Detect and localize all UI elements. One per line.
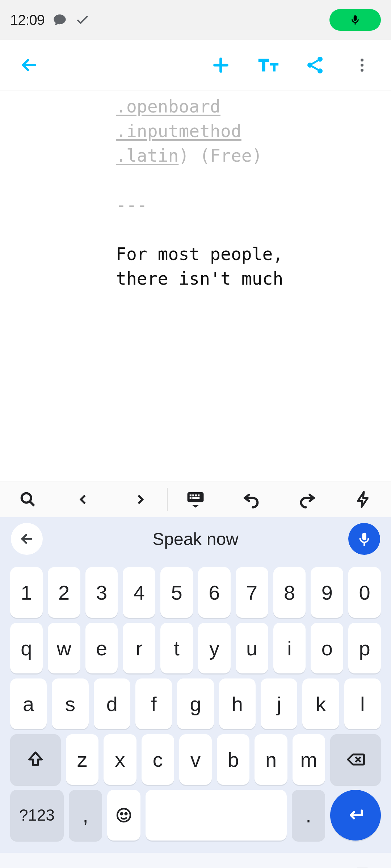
- search-button[interactable]: [0, 481, 56, 517]
- editor-line: .openboard: [116, 96, 220, 116]
- chat-bubble-icon: [52, 13, 67, 27]
- svg-rect-13: [190, 497, 192, 499]
- keyboard-switch-icon[interactable]: [354, 864, 371, 868]
- assistant-mic-pill[interactable]: [329, 9, 381, 31]
- app-toolbar: [0, 40, 391, 90]
- enter-key[interactable]: [330, 790, 381, 841]
- key-row-1: q w e r t y u i o p: [10, 623, 381, 673]
- key-l[interactable]: l: [344, 678, 381, 729]
- system-navbar: [0, 853, 391, 868]
- cursor-right-button[interactable]: [112, 481, 168, 517]
- checkmark-icon: [75, 12, 90, 27]
- key-w[interactable]: w: [48, 623, 80, 673]
- editor-toolbar: [0, 481, 391, 517]
- key-r[interactable]: r: [123, 623, 155, 673]
- key-i[interactable]: i: [273, 623, 306, 673]
- key-3[interactable]: 3: [85, 567, 118, 618]
- key-q[interactable]: q: [10, 623, 43, 673]
- key-u[interactable]: u: [236, 623, 268, 673]
- svg-rect-0: [355, 23, 356, 25]
- emoji-key[interactable]: [107, 790, 140, 841]
- key-g[interactable]: g: [177, 678, 214, 729]
- key-m[interactable]: m: [293, 734, 325, 785]
- editor-body-line: For most people,: [116, 244, 283, 264]
- backspace-key[interactable]: [330, 734, 381, 785]
- hide-keyboard-button[interactable]: [168, 481, 223, 517]
- editor-line: .latin: [116, 145, 178, 166]
- key-9[interactable]: 9: [311, 567, 343, 618]
- voice-input-bar: Speak now: [0, 517, 391, 561]
- key-f[interactable]: f: [135, 678, 172, 729]
- key-d[interactable]: d: [94, 678, 130, 729]
- svg-rect-10: [192, 494, 194, 496]
- svg-point-16: [117, 809, 130, 822]
- svg-point-18: [125, 813, 127, 815]
- key-z[interactable]: z: [66, 734, 98, 785]
- key-4[interactable]: 4: [123, 567, 155, 618]
- voice-mic-button[interactable]: [348, 523, 380, 555]
- bolt-button[interactable]: [335, 481, 391, 517]
- editor-separator: ---: [116, 195, 147, 215]
- key-8[interactable]: 8: [273, 567, 306, 618]
- svg-point-2: [307, 63, 312, 68]
- key-h[interactable]: h: [219, 678, 256, 729]
- key-v[interactable]: v: [179, 734, 212, 785]
- statusbar: 12:09: [0, 0, 391, 40]
- key-row-2: a s d f g h j k l: [10, 678, 381, 729]
- key-n[interactable]: n: [255, 734, 287, 785]
- svg-point-7: [22, 493, 31, 502]
- svg-point-6: [361, 69, 363, 72]
- share-button[interactable]: [293, 43, 337, 87]
- overflow-menu-button[interactable]: [340, 43, 384, 87]
- key-1[interactable]: 1: [10, 567, 43, 618]
- editor-line: ) (Free): [178, 145, 262, 166]
- cursor-left-button[interactable]: [56, 481, 112, 517]
- svg-point-17: [121, 813, 123, 815]
- back-button[interactable]: [7, 43, 51, 87]
- svg-rect-11: [195, 494, 197, 496]
- key-row-numbers: 1 2 3 4 5 6 7 8 9 0: [10, 567, 381, 618]
- text-size-button[interactable]: [246, 43, 290, 87]
- undo-button[interactable]: [223, 481, 279, 517]
- key-s[interactable]: s: [52, 678, 88, 729]
- svg-point-5: [361, 64, 363, 67]
- svg-rect-14: [192, 497, 199, 499]
- key-x[interactable]: x: [104, 734, 136, 785]
- voice-prompt-text: Speak now: [50, 529, 341, 549]
- redo-button[interactable]: [279, 481, 335, 517]
- key-k[interactable]: k: [302, 678, 339, 729]
- shift-key[interactable]: [10, 734, 61, 785]
- add-button[interactable]: [199, 43, 243, 87]
- key-t[interactable]: t: [160, 623, 193, 673]
- key-2[interactable]: 2: [48, 567, 80, 618]
- svg-rect-9: [190, 494, 192, 496]
- key-p[interactable]: p: [348, 623, 381, 673]
- key-a[interactable]: a: [10, 678, 47, 729]
- svg-rect-12: [198, 494, 199, 496]
- text-editor[interactable]: .openboard .inputmethod .latin) (Free) -…: [0, 90, 391, 481]
- clock: 12:09: [10, 12, 45, 28]
- space-key[interactable]: [146, 790, 287, 841]
- key-6[interactable]: 6: [198, 567, 231, 618]
- editor-line: .inputmethod: [116, 121, 241, 141]
- svg-point-3: [318, 68, 323, 73]
- soft-keyboard: 1 2 3 4 5 6 7 8 9 0 q w e r t y u i o p …: [0, 561, 391, 853]
- period-key[interactable]: .: [292, 790, 325, 841]
- key-b[interactable]: b: [217, 734, 249, 785]
- key-e[interactable]: e: [85, 623, 118, 673]
- key-y[interactable]: y: [198, 623, 231, 673]
- voice-back-button[interactable]: [11, 523, 43, 555]
- comma-key[interactable]: ,: [69, 790, 102, 841]
- key-5[interactable]: 5: [160, 567, 193, 618]
- key-7[interactable]: 7: [236, 567, 268, 618]
- svg-point-4: [361, 59, 363, 61]
- key-0[interactable]: 0: [348, 567, 381, 618]
- key-row-4: ?123 , .: [10, 790, 381, 841]
- key-j[interactable]: j: [261, 678, 297, 729]
- symbols-key[interactable]: ?123: [10, 790, 64, 841]
- key-o[interactable]: o: [311, 623, 343, 673]
- svg-rect-15: [363, 543, 365, 546]
- key-c[interactable]: c: [142, 734, 174, 785]
- editor-body-line: there isn't much: [116, 268, 283, 289]
- nav-collapse-icon[interactable]: [20, 865, 36, 868]
